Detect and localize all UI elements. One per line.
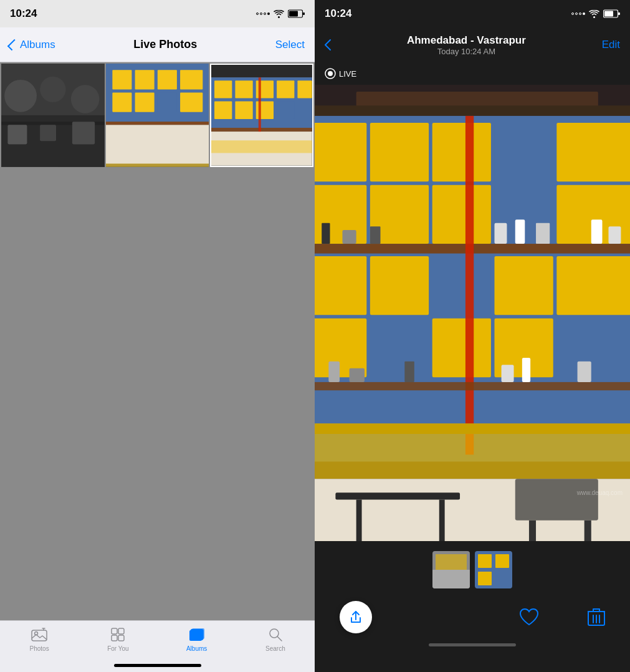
wifi-icon-right — [589, 10, 599, 18]
back-label-left: Albums — [20, 39, 55, 51]
svg-rect-42 — [32, 630, 47, 641]
trash-icon — [588, 607, 605, 627]
svg-rect-109 — [585, 521, 591, 541]
home-indicator-left — [114, 664, 201, 667]
live-circle-icon — [325, 68, 336, 79]
live-indicator: LIVE — [325, 68, 356, 79]
svg-rect-75 — [322, 223, 330, 244]
svg-rect-32 — [277, 80, 294, 98]
svg-point-8 — [71, 85, 100, 113]
signal-dots — [256, 12, 270, 15]
search-tab-label: Search — [265, 645, 285, 652]
status-time-right: 10:24 — [325, 7, 351, 20]
delete-button[interactable] — [588, 607, 605, 627]
svg-rect-106 — [439, 499, 445, 541]
svg-rect-111 — [432, 570, 470, 588]
thumbnail-1-image — [432, 551, 470, 588]
svg-rect-95 — [328, 362, 340, 382]
photo-3-image — [211, 65, 312, 166]
albums-tab-label: Albums — [186, 645, 207, 652]
share-icon — [348, 610, 363, 625]
signal-dot-4 — [267, 12, 270, 15]
back-chevron-icon-right — [325, 39, 331, 50]
signal-dot-r4 — [583, 12, 585, 15]
signal-dot-r3 — [579, 12, 581, 15]
status-icons-left — [256, 9, 305, 18]
svg-rect-66 — [432, 123, 491, 181]
svg-rect-65 — [370, 123, 429, 181]
svg-rect-40 — [211, 140, 312, 153]
svg-rect-45 — [118, 628, 124, 634]
svg-rect-19 — [112, 93, 131, 112]
back-button-right[interactable] — [325, 39, 331, 50]
svg-rect-25 — [106, 125, 209, 163]
thumbnail-2-image — [475, 551, 512, 588]
svg-rect-84 — [370, 256, 429, 315]
svg-rect-79 — [515, 219, 525, 244]
favorite-button[interactable] — [519, 608, 539, 626]
tab-albums[interactable]: Albums — [158, 626, 236, 652]
share-button[interactable] — [340, 601, 372, 633]
albums-icon — [189, 628, 205, 641]
status-bar-left: 10:24 — [0, 0, 315, 27]
svg-rect-68 — [556, 123, 630, 181]
svg-rect-46 — [112, 635, 117, 641]
nav-subtitle-right: Today 10:24 AM — [407, 47, 526, 56]
svg-rect-27 — [211, 65, 312, 77]
status-icons-right — [571, 9, 620, 18]
bottom-area — [315, 541, 630, 672]
tab-foryou[interactable]: For You — [79, 626, 157, 652]
svg-rect-85 — [432, 256, 491, 315]
svg-rect-98 — [502, 365, 514, 382]
svg-rect-86 — [494, 256, 553, 315]
nav-bar-right: Ahmedabad - Vastrapur Today 10:24 AM Edi… — [315, 27, 630, 62]
svg-rect-83 — [315, 256, 366, 315]
thumbnail-strip — [432, 541, 512, 596]
left-panel: 10:24 — [0, 0, 315, 672]
svg-rect-102 — [315, 423, 630, 434]
foryou-tab-label: For You — [107, 645, 128, 652]
battery-icon-left — [288, 9, 305, 18]
signal-dot-1 — [256, 12, 259, 15]
thumb-small-1[interactable] — [432, 551, 470, 588]
tab-search[interactable]: Search — [236, 626, 315, 652]
svg-rect-104 — [335, 492, 460, 499]
wifi-icon-left — [274, 10, 284, 18]
select-button[interactable]: Select — [275, 39, 305, 51]
svg-rect-37 — [277, 102, 294, 119]
svg-rect-81 — [591, 219, 603, 244]
empty-space — [0, 343, 315, 621]
watermark: www.deuaq.com — [577, 489, 623, 496]
svg-rect-16 — [135, 70, 154, 89]
battery-icon-right — [603, 9, 620, 18]
svg-rect-80 — [536, 223, 550, 244]
edit-button[interactable]: Edit — [602, 39, 620, 51]
signal-dot-r2 — [575, 12, 578, 15]
thumb-small-2[interactable] — [475, 551, 512, 588]
heart-icon — [519, 608, 539, 626]
photos-tab-icon — [31, 626, 48, 643]
svg-rect-44 — [112, 628, 117, 634]
svg-rect-87 — [556, 256, 630, 315]
signal-dot-r1 — [571, 12, 574, 15]
svg-rect-17 — [157, 70, 176, 89]
svg-point-6 — [4, 80, 37, 112]
back-button-left[interactable]: Albums — [10, 39, 55, 51]
tab-photos[interactable]: Photos — [0, 626, 79, 652]
photo-thumb-3[interactable] — [210, 64, 313, 167]
svg-rect-94 — [315, 382, 630, 390]
photo-thumb-1[interactable] — [1, 64, 105, 167]
svg-rect-33 — [298, 80, 312, 98]
svg-rect-114 — [478, 554, 492, 568]
svg-rect-55 — [604, 11, 613, 17]
photo-thumb-2[interactable] — [106, 64, 209, 167]
nav-title-group: Ahmedabad - Vastrapur Today 10:24 AM — [407, 34, 526, 56]
svg-rect-50 — [191, 630, 203, 640]
svg-rect-3 — [303, 12, 305, 15]
svg-rect-97 — [404, 362, 414, 382]
action-bar — [315, 601, 630, 633]
svg-rect-22 — [180, 93, 203, 112]
search-icon — [269, 628, 282, 641]
live-text: LIVE — [339, 69, 356, 79]
svg-rect-96 — [350, 368, 365, 382]
